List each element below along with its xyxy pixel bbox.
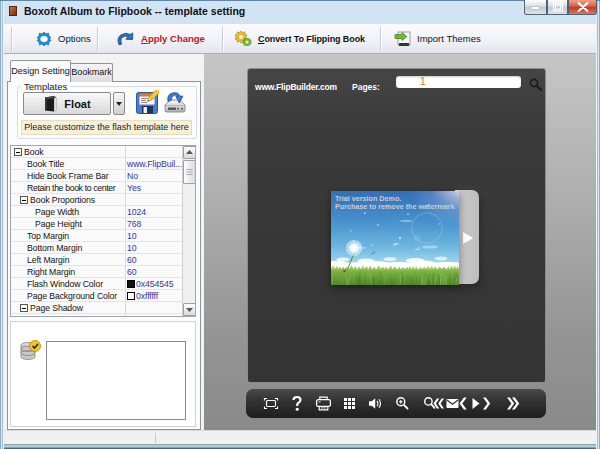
- svg-text:Purchase to remove the waterma: Purchase to remove the watermark: [335, 202, 454, 211]
